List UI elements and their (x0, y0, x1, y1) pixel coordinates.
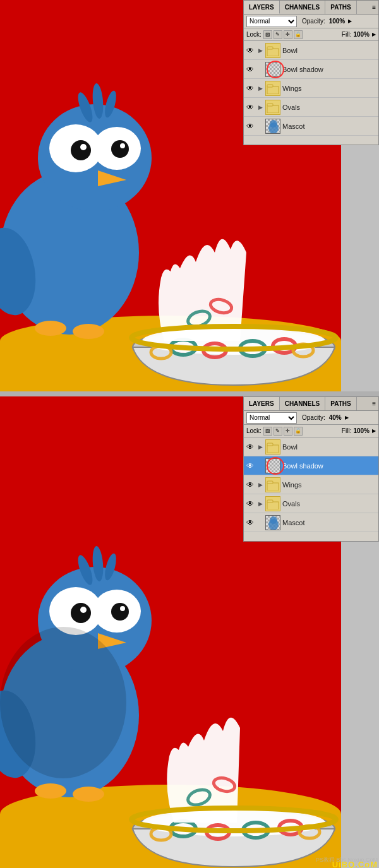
tab-layers-bottom[interactable]: LAYERS (244, 397, 280, 410)
eye-wings-bottom[interactable]: 👁 (245, 480, 255, 490)
svg-rect-31 (267, 104, 273, 106)
layers-list-bottom: 👁 ▶ Bowl 👁 Bowl shadow 👁 ▶ (244, 437, 378, 532)
eye-mascot-top[interactable]: 👁 (245, 121, 255, 131)
fill-value-top: 100% (353, 31, 370, 38)
tab-channels-top[interactable]: CHANNELS (280, 1, 326, 14)
svg-point-5 (80, 144, 87, 150)
eye-wings-top[interactable]: 👁 (245, 83, 255, 93)
layers-panel-bottom: LAYERS CHANNELS PATHS ≡ Normal Opacity: … (243, 396, 379, 542)
layer-name-ovals-top: Ovals (282, 104, 377, 111)
layers-panel-top: LAYERS CHANNELS PATHS ≡ Normal Opacity: … (243, 0, 379, 145)
svg-rect-64 (267, 481, 273, 484)
layer-row-wings-bottom[interactable]: 👁 ▶ Wings (244, 475, 378, 494)
thumb-mascot-bottom (265, 515, 280, 530)
arrow-ovals-top[interactable]: ▶ (257, 102, 263, 112)
panel-tabs-top: LAYERS CHANNELS PATHS ≡ (244, 1, 378, 15)
blend-opacity-row-top: Normal Opacity: 100% ▶ (244, 15, 378, 28)
layer-row-bowl-bottom[interactable]: 👁 ▶ Bowl (244, 437, 378, 456)
arrow-bowl-top[interactable]: ▶ (257, 45, 263, 56)
svg-point-38 (71, 603, 91, 623)
panel-tabs-bottom: LAYERS CHANNELS PATHS ≡ (244, 397, 378, 411)
layer-name-bowl-top: Bowl (282, 47, 377, 54)
layer-row-bowl-top[interactable]: 👁 ▶ Bowl (244, 41, 378, 60)
svg-point-40 (111, 603, 129, 621)
svg-point-39 (80, 607, 87, 613)
lock-move-bottom[interactable]: ✛ (284, 427, 292, 436)
eye-mascot-bottom[interactable]: 👁 (245, 518, 255, 528)
panel-menu-top[interactable]: ≡ (372, 4, 376, 11)
opacity-label-bottom: Opacity: (302, 414, 325, 421)
svg-rect-27 (267, 47, 273, 49)
opacity-label-top: Opacity: (302, 18, 325, 25)
svg-point-7 (120, 143, 125, 148)
blend-opacity-row-bottom: Normal Opacity: 40% ▶ (244, 411, 378, 425)
svg-point-33 (270, 120, 277, 128)
layer-name-wings-top: Wings (282, 85, 377, 92)
svg-rect-26 (267, 49, 279, 56)
thumb-wings-top (265, 81, 280, 96)
eye-bowl-top[interactable]: 👁 (245, 45, 255, 56)
layer-row-bowl-shadow-top[interactable]: 👁 Bowl shadow (244, 60, 378, 79)
layer-row-ovals-bottom[interactable]: 👁 ▶ Ovals (244, 494, 378, 513)
svg-point-41 (120, 606, 125, 611)
panel-menu-bottom[interactable]: ≡ (372, 400, 376, 407)
svg-point-6 (111, 140, 129, 158)
eye-bowl-shadow-bottom[interactable]: 👁 (245, 461, 255, 471)
tab-paths-bottom[interactable]: PATHS (325, 397, 356, 410)
svg-rect-65 (267, 502, 279, 509)
lock-all-top[interactable]: 🔒 (294, 30, 303, 39)
layer-row-ovals-top[interactable]: 👁 ▶ Ovals (244, 98, 378, 117)
lock-paint-bottom[interactable]: ✎ (274, 427, 282, 436)
arrow-bowl-shadow-bottom (257, 461, 263, 471)
layer-row-mascot-top[interactable]: 👁 Mascot (244, 117, 378, 136)
arrow-mascot-top (257, 121, 263, 131)
svg-point-68 (270, 516, 277, 524)
arrow-ovals-bottom[interactable]: ▶ (257, 499, 263, 509)
tab-layers-top[interactable]: LAYERS (244, 1, 280, 14)
lock-icons-top: ▨ ✎ ✛ 🔒 (263, 30, 303, 39)
svg-rect-29 (267, 85, 273, 87)
arrow-wings-bottom[interactable]: ▶ (257, 480, 263, 490)
lock-all-bottom[interactable]: 🔒 (294, 427, 303, 436)
opacity-arrow-bottom[interactable]: ▶ (345, 415, 349, 420)
opacity-arrow-top[interactable]: ▶ (348, 18, 352, 24)
layer-row-wings-top[interactable]: 👁 ▶ Wings (244, 79, 378, 98)
layer-row-bowl-shadow-bottom[interactable]: 👁 Bowl shadow (244, 456, 378, 475)
svg-rect-28 (267, 86, 279, 94)
fill-value-bottom: 100% (353, 427, 370, 434)
layers-list-top: 👁 ▶ Bowl 👁 Bowl shadow 👁 ▶ (244, 41, 378, 136)
blend-mode-select-top[interactable]: Normal (246, 16, 297, 27)
lock-transparent-bottom[interactable]: ▨ (263, 427, 272, 436)
eye-bowl-shadow-top[interactable]: 👁 (245, 64, 255, 74)
thumb-mascot-top (265, 119, 280, 134)
opacity-value-bottom: 40% (329, 414, 342, 421)
lock-paint-top[interactable]: ✎ (274, 30, 282, 39)
layer-name-wings-bottom: Wings (282, 481, 377, 489)
fill-arrow-top[interactable]: ▶ (372, 32, 376, 37)
layer-name-mascot-top: Mascot (282, 122, 377, 130)
tab-channels-bottom[interactable]: CHANNELS (280, 397, 326, 410)
thumb-bowl-bottom (265, 439, 280, 455)
top-section: LAYERS CHANNELS PATHS ≡ Normal Opacity: … (0, 0, 379, 391)
svg-rect-63 (267, 483, 279, 490)
watermark-line2: PS教程 Bbs Noxue.CoM (316, 856, 378, 864)
eye-ovals-top[interactable]: 👁 (245, 102, 255, 112)
arrow-wings-top[interactable]: ▶ (257, 83, 263, 93)
tab-paths-top[interactable]: PATHS (325, 1, 356, 14)
bowl-illustration-top (57, 215, 341, 391)
lock-move-top[interactable]: ✛ (284, 30, 292, 39)
layer-name-mascot-bottom: Mascot (282, 519, 377, 526)
lock-transparent-top[interactable]: ▨ (263, 30, 272, 39)
eye-ovals-bottom[interactable]: 👁 (245, 499, 255, 509)
eye-bowl-bottom[interactable]: 👁 (245, 442, 255, 452)
thumb-ovals-top (265, 100, 280, 115)
lock-row-top: Lock: ▨ ✎ ✛ 🔒 Fill: 100% ▶ (244, 28, 378, 41)
thumb-ovals-bottom (265, 496, 280, 511)
arrow-bowl-bottom[interactable]: ▶ (257, 442, 263, 452)
layer-name-bowl-shadow-top: Bowl shadow (282, 66, 377, 73)
layer-row-mascot-bottom[interactable]: 👁 Mascot (244, 513, 378, 532)
blend-mode-select-bottom[interactable]: Normal (246, 412, 297, 424)
fill-arrow-bottom[interactable]: ▶ (372, 428, 376, 434)
bowl-illustration-bottom (57, 677, 341, 868)
svg-rect-30 (267, 105, 279, 113)
